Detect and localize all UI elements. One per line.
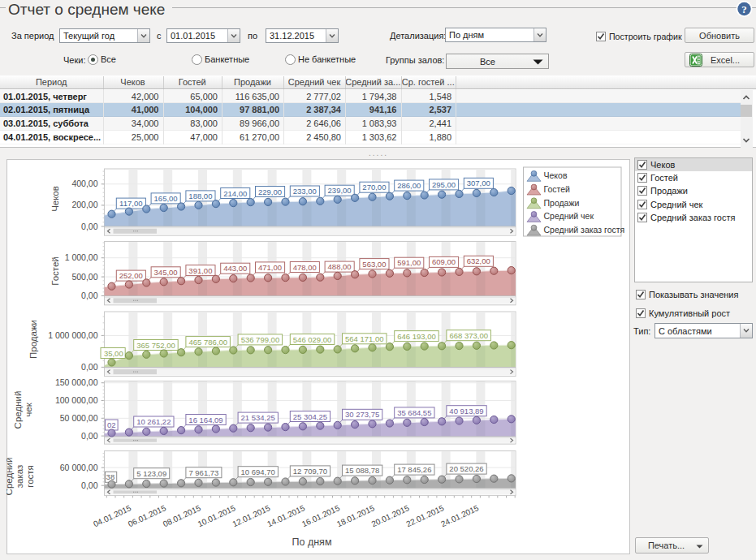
svg-text:0,00: 0,00 [81,431,98,441]
svg-text:632,00: 632,00 [467,256,490,265]
svg-text:0,00: 0,00 [81,362,98,372]
svg-text:10.01.2015: 10.01.2015 [197,503,237,528]
svg-text:0,00: 0,00 [81,222,98,231]
svg-text:02: 02 [107,420,116,429]
svg-text:20 520,26: 20 520,26 [449,464,483,473]
svg-text:1 000 000,00: 1 000 000,00 [48,330,97,340]
svg-text:150 000,00: 150 000,00 [55,377,98,387]
svg-text:488,00: 488,00 [328,262,352,271]
svg-text:214,00: 214,00 [223,189,247,198]
svg-text:345,00: 345,00 [154,268,178,277]
svg-text:?: ? [741,3,747,15]
svg-text:12.01.2015: 12.01.2015 [231,503,271,528]
svg-text:16 164,09: 16 164,09 [188,416,222,424]
svg-text:Продажи: Продажи [544,198,580,208]
svg-text:5 123,09: 5 123,09 [136,469,166,478]
svg-text:365 752,00: 365 752,00 [136,341,175,350]
svg-text:0,00: 0,00 [81,480,98,490]
svg-text:646 193,00: 646 193,00 [397,332,436,341]
svg-text:295,00: 295,00 [432,180,456,189]
svg-text:гостя: гостя [25,465,35,488]
svg-text:229,00: 229,00 [258,187,282,196]
svg-text:563,00: 563,00 [362,260,386,269]
svg-text:60 000,00: 60 000,00 [60,463,98,472]
svg-text:546 029,00: 546 029,00 [293,335,332,344]
svg-text:Гостей: Гостей [50,256,60,286]
svg-text:239,00: 239,00 [328,186,352,195]
svg-text:0,00: 0,00 [81,291,98,300]
svg-text:Гостей: Гостей [544,184,571,194]
svg-text:10 261,22: 10 261,22 [136,417,171,426]
svg-text:18.01.2015: 18.01.2015 [335,503,376,528]
svg-text:564 171,00: 564 171,00 [345,334,384,343]
svg-text:7 961,73: 7 961,73 [188,468,218,477]
svg-text:536 799,00: 536 799,00 [241,335,280,344]
svg-text:22.01.2015: 22.01.2015 [404,503,445,528]
svg-text:270,00: 270,00 [362,183,386,192]
svg-text:443,00: 443,00 [223,264,247,273]
svg-text:50 000,00: 50 000,00 [60,413,98,423]
svg-text:286,00: 286,00 [397,181,421,190]
svg-text:252,00: 252,00 [119,271,143,280]
svg-text:25 304,25: 25 304,25 [293,412,327,421]
svg-text:Средний чек: Средний чек [544,211,594,221]
svg-text:471,00: 471,00 [258,263,282,272]
svg-text:Чеков: Чеков [544,170,568,180]
svg-text:307,00: 307,00 [467,179,490,187]
svg-text:668 373,00: 668 373,00 [449,331,488,340]
svg-text:391,00: 391,00 [188,266,212,275]
svg-text:478,00: 478,00 [293,263,317,272]
svg-text:165,00: 165,00 [154,194,178,203]
svg-text:Продажи: Продажи [28,320,38,359]
svg-text:10 694,70: 10 694,70 [241,467,275,476]
svg-text:12 709,70: 12 709,70 [293,467,327,476]
svg-text:400,00: 400,00 [71,179,97,188]
svg-text:100 000,00: 100 000,00 [55,395,98,405]
svg-text:08.01.2015: 08.01.2015 [162,503,202,528]
svg-text:заказ: заказ [15,465,24,489]
svg-text:15 088,78: 15 088,78 [345,466,379,475]
svg-text:117,00: 117,00 [119,199,142,208]
svg-text:30 273,75: 30 273,75 [345,410,379,419]
svg-text:Чеков: Чеков [50,186,60,212]
svg-text:04.01.2015: 04.01.2015 [92,503,132,528]
svg-text:16.01.2015: 16.01.2015 [300,503,341,528]
svg-text:200,00: 200,00 [71,200,97,209]
svg-text:06.01.2015: 06.01.2015 [127,503,167,528]
svg-text:233,00: 233,00 [293,187,317,196]
svg-text:609,00: 609,00 [432,257,456,266]
svg-text:500,00: 500,00 [71,272,97,282]
svg-text:38: 38 [106,472,115,481]
svg-text:17 845,26: 17 845,26 [397,465,431,474]
svg-text:14.01.2015: 14.01.2015 [266,503,306,528]
svg-text:1 000,00: 1 000,00 [65,252,98,262]
svg-text:465 786,00: 465 786,00 [188,338,227,347]
svg-text:40 913,89: 40 913,89 [449,407,483,416]
svg-text:По дням: По дням [292,536,332,548]
svg-text:35 684,55: 35 684,55 [397,408,431,417]
svg-text:24.01.2015: 24.01.2015 [439,503,480,528]
svg-text:20.01.2015: 20.01.2015 [370,503,411,528]
svg-text:Средний: Средний [6,458,14,496]
svg-text:Средний заказ гостя: Средний заказ гостя [544,225,625,235]
svg-text:Средний: Средний [13,391,23,429]
svg-text:591,00: 591,00 [397,258,421,267]
svg-text:чек: чек [24,402,33,416]
svg-text:35,00: 35,00 [104,349,123,358]
svg-text:188,00: 188,00 [188,192,212,200]
svg-text:21 534,25: 21 534,25 [241,413,275,422]
